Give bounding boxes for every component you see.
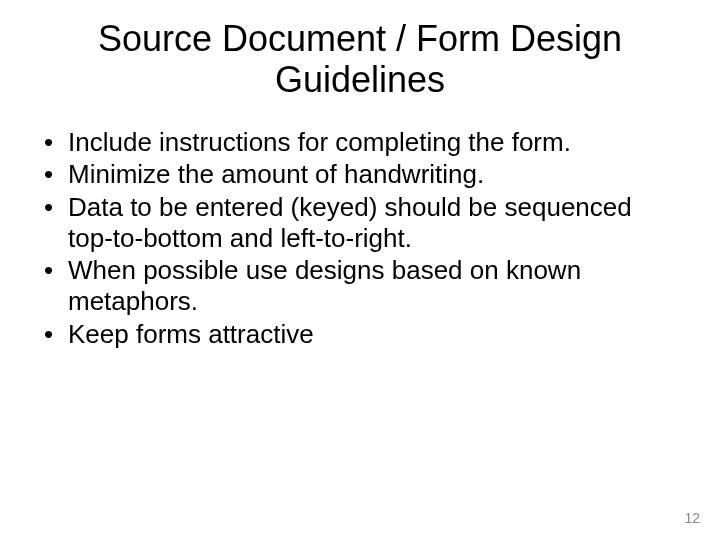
- list-item: Keep forms attractive: [38, 319, 682, 350]
- bullet-text: Data to be entered (keyed) should be seq…: [68, 192, 632, 253]
- list-item: Data to be entered (keyed) should be seq…: [38, 192, 682, 253]
- bullet-text: When possible use designs based on known…: [68, 255, 581, 316]
- slide-title: Source Document / Form Design Guidelines: [30, 18, 690, 101]
- list-item: When possible use designs based on known…: [38, 255, 682, 316]
- bullet-text: Include instructions for completing the …: [68, 127, 571, 157]
- title-line-2: Guidelines: [275, 59, 445, 100]
- bullet-text: Minimize the amount of handwriting.: [68, 159, 484, 189]
- bullet-text: Keep forms attractive: [68, 319, 314, 349]
- page-number: 12: [684, 510, 700, 526]
- list-item: Minimize the amount of handwriting.: [38, 159, 682, 190]
- title-line-1: Source Document / Form Design: [98, 18, 622, 59]
- list-item: Include instructions for completing the …: [38, 127, 682, 158]
- bullet-list: Include instructions for completing the …: [30, 127, 690, 350]
- slide: Source Document / Form Design Guidelines…: [0, 0, 720, 540]
